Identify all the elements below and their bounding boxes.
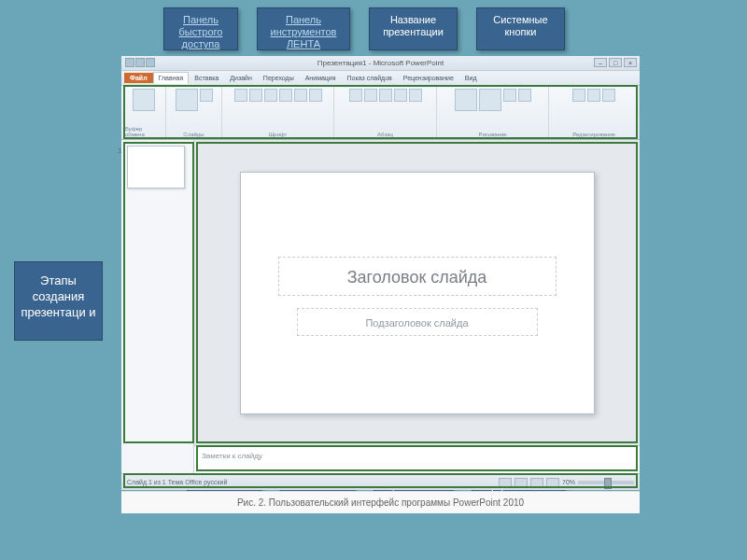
numbering-icon[interactable]: [364, 89, 377, 102]
slide[interactable]: Заголовок слайда Подзаголовок слайда: [240, 172, 595, 414]
tab-design[interactable]: Дизайн: [224, 72, 258, 84]
align-left-icon[interactable]: [379, 89, 392, 102]
group-clipboard: Буфер обмена: [121, 86, 166, 139]
callout-qat[interactable]: Панель быстрого доступа: [163, 7, 238, 50]
quick-access-toolbar[interactable]: [125, 58, 155, 67]
slide-canvas[interactable]: Заголовок слайда Подзаголовок слайда: [194, 140, 640, 445]
align-right-icon[interactable]: [409, 89, 422, 102]
tab-review[interactable]: Рецензирование: [398, 72, 459, 84]
group-drawing-label: Рисование: [478, 132, 506, 137]
bold-icon[interactable]: [264, 89, 277, 102]
underline-icon[interactable]: [294, 89, 307, 102]
callout-ribbon[interactable]: Панель инструментов ЛЕНТА: [257, 7, 350, 50]
size-icon[interactable]: [249, 89, 262, 102]
group-drawing: Рисование: [437, 86, 549, 139]
tab-slideshow[interactable]: Показ слайдов: [342, 72, 398, 84]
status-right: 70%: [499, 478, 634, 487]
replace-icon[interactable]: [587, 89, 600, 102]
file-tab[interactable]: Файл: [124, 73, 153, 83]
qat-undo-icon[interactable]: [135, 58, 145, 67]
qat-redo-icon[interactable]: [146, 58, 155, 67]
tab-transitions[interactable]: Переходы: [258, 72, 300, 84]
subtitle-placeholder[interactable]: Подзаголовок слайда: [297, 308, 538, 336]
layout-icon[interactable]: [200, 89, 213, 102]
tab-home[interactable]: Главная: [153, 72, 190, 84]
color-icon[interactable]: [309, 89, 322, 102]
slide-thumb-1[interactable]: [127, 146, 185, 189]
callout-sysbtns: Системные кнопки: [476, 7, 565, 50]
font-icon[interactable]: [234, 89, 247, 102]
callout-title-label: Название презентации: [383, 14, 444, 37]
group-paragraph-label: Абзац: [377, 132, 393, 137]
stages-label: Этапы создания презентаци и: [21, 273, 95, 319]
group-font-label: Шрифт: [269, 132, 288, 137]
callout-ribbon-label: Панель инструментов ЛЕНТА: [271, 14, 337, 49]
caption-text: Рис. 2. Пользовательский интерфейс прогр…: [237, 497, 524, 508]
notes-panel[interactable]: Заметки к слайду: [194, 445, 640, 473]
callout-sysbtns-label: Системные кнопки: [493, 14, 547, 37]
group-slides: Слайды: [166, 86, 222, 139]
sorter-view-button[interactable]: [514, 478, 528, 487]
tab-animation[interactable]: Анимация: [300, 72, 342, 84]
find-icon[interactable]: [572, 89, 585, 102]
group-paragraph: Абзац: [334, 86, 437, 139]
italic-icon[interactable]: [279, 89, 292, 102]
normal-view-button[interactable]: [499, 478, 512, 487]
group-clipboard-label: Буфер обмена: [125, 126, 162, 137]
arrange-icon[interactable]: [479, 89, 501, 111]
ribbon: Буфер обмена Слайды Шрифт Абзац Рис: [121, 86, 640, 140]
window-title: Презентация1 - Microsoft PowerPoint: [317, 59, 444, 67]
title-placeholder[interactable]: Заголовок слайда: [278, 257, 557, 296]
bullets-icon[interactable]: [349, 89, 362, 102]
slideshow-view-button[interactable]: [546, 478, 559, 487]
zoom-slider[interactable]: [578, 481, 634, 484]
status-left: Слайд 1 из 1 Тема Office русский: [127, 479, 227, 485]
titlebar: Презентация1 - Microsoft PowerPoint – □ …: [121, 56, 640, 71]
outline-icon[interactable]: [518, 89, 531, 102]
callout-qat-label: Панель быстрого доступа: [179, 14, 223, 49]
figure-caption: Рис. 2. Пользовательский интерфейс прогр…: [121, 491, 640, 513]
minimize-button[interactable]: –: [594, 58, 607, 67]
fill-icon[interactable]: [503, 89, 516, 102]
stages-callout: Этапы создания презентаци и: [14, 261, 103, 341]
edit-area: Заголовок слайда Подзаголовок слайда Зам…: [194, 140, 640, 473]
callout-title: Название презентации: [369, 7, 458, 50]
ribbon-tabs: Файл Главная Вставка Дизайн Переходы Ани…: [121, 71, 640, 86]
new-slide-icon[interactable]: [176, 89, 198, 111]
zoom-percent: 70%: [562, 479, 575, 485]
group-slides-label: Слайды: [183, 132, 204, 137]
statusbar: Слайд 1 из 1 Тема Office русский 70%: [121, 473, 640, 490]
tab-insert[interactable]: Вставка: [189, 72, 224, 84]
maximize-button[interactable]: □: [609, 58, 622, 67]
qat-save-icon[interactable]: [125, 58, 134, 67]
shapes-icon[interactable]: [455, 89, 477, 111]
group-editing: Редактирование: [549, 86, 640, 139]
powerpoint-window: Презентация1 - Microsoft PowerPoint – □ …: [121, 56, 640, 490]
group-font: Шрифт: [222, 86, 334, 139]
close-button[interactable]: ×: [624, 58, 637, 67]
system-buttons: – □ ×: [594, 58, 637, 67]
work-area: Заголовок слайда Подзаголовок слайда Зам…: [121, 140, 640, 473]
align-center-icon[interactable]: [394, 89, 407, 102]
group-editing-label: Редактирование: [572, 132, 615, 137]
tab-view[interactable]: Вид: [459, 72, 483, 84]
paste-icon[interactable]: [133, 89, 155, 111]
select-icon[interactable]: [602, 89, 615, 102]
reading-view-button[interactable]: [530, 478, 543, 487]
notes-placeholder: Заметки к слайду: [202, 452, 262, 460]
thumbnail-panel[interactable]: [121, 140, 194, 473]
